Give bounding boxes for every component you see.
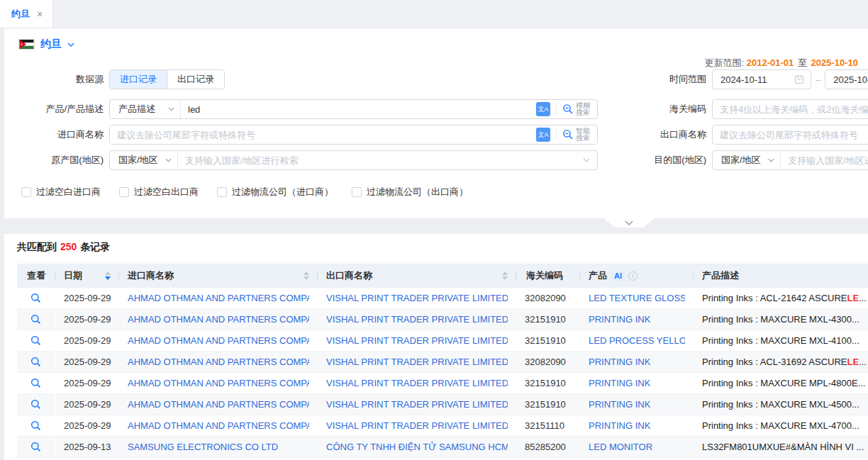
product-link[interactable]: LED TEXTURE GLOSS ...	[589, 293, 685, 303]
checkbox-filter-blank-exporter[interactable]: 过滤空白出口商	[119, 186, 199, 198]
sort-caret-up	[304, 271, 309, 275]
description-cell: Printing Inks : MAXCURE MXL-4700...	[694, 415, 868, 437]
checkbox-filter-blank-importer[interactable]: 过滤空白进口商	[21, 186, 101, 198]
product-link[interactable]: PRINTING INK	[589, 399, 650, 410]
checkbox-filter-logistics-exporter[interactable]: 过滤物流公司（出口商）	[352, 186, 468, 198]
importer-link[interactable]: SAMSUNG ELECTRONICS CO LTD	[128, 442, 278, 452]
view-record-button[interactable]	[17, 437, 55, 458]
importer-link[interactable]: AHMAD OTHMAN AND PARTNERS COMPA...	[128, 335, 309, 346]
time-range-label: 时间范围	[586, 69, 706, 89]
exporter-link[interactable]: VISHAL PRINT TRADER PRIVATE LIMITED	[326, 314, 508, 325]
sort-control-exporter[interactable]	[502, 271, 508, 280]
product-link[interactable]: PRINTING INK	[589, 314, 650, 325]
importer-link[interactable]: AHMAD OTHMAN AND PARTNERS COMPA...	[128, 420, 309, 431]
table-body: 2025-09-29AHMAD OTHMAN AND PARTNERS COMP…	[17, 288, 868, 458]
summary-suffix: 条记录	[80, 241, 110, 252]
exporter-link[interactable]: VISHAL PRINT TRADER PRIVATE LIMITED	[326, 399, 508, 410]
product-link[interactable]: PRINTING INK	[589, 357, 650, 367]
end-date-input[interactable]: 2025-10-10	[825, 69, 868, 89]
header-product-label: 产品	[589, 269, 607, 282]
table-row: 2025-09-13SAMSUNG ELECTRONICS CO LTDCÔNG…	[17, 437, 868, 458]
hs-code-cell: 32151910	[516, 309, 580, 330]
data-source-segment: 进口记录 出口记录	[109, 69, 225, 89]
view-record-button[interactable]	[17, 415, 55, 437]
table-row: 2025-09-29AHMAD OTHMAN AND PARTNERS COMP…	[17, 394, 868, 415]
calendar-icon[interactable]	[794, 74, 804, 84]
sort-control-date[interactable]	[105, 271, 111, 280]
country-selector[interactable]: 约旦	[18, 38, 74, 51]
product-type-value: 产品描述	[118, 103, 155, 116]
view-magnifier-icon	[30, 357, 41, 367]
importer-link[interactable]: AHMAD OTHMAN AND PARTNERS COMPA...	[128, 357, 309, 367]
info-icon[interactable]: i	[628, 271, 638, 281]
importer-link[interactable]: AHMAD OTHMAN AND PARTNERS COMPA...	[128, 293, 309, 303]
table-header: 查看 日期 进口商名称 出口商名称 海关编码 产品 AI i	[17, 264, 868, 288]
header-date[interactable]: 日期	[55, 264, 119, 288]
product-link[interactable]: LED MONITOR	[589, 442, 652, 452]
view-record-button[interactable]	[17, 394, 55, 415]
view-record-button[interactable]	[17, 309, 55, 330]
hs-code-cell: 32151910	[516, 373, 580, 394]
product-link[interactable]: LED PROCESS YELLOW...	[589, 335, 685, 346]
description-cell: Printing Inks : ACL-21642 ASCURE LE...	[694, 288, 868, 309]
view-record-button[interactable]	[17, 373, 55, 394]
country-name: 约旦	[40, 38, 62, 51]
checkbox-filter-logistics-importer[interactable]: 过滤物流公司（进口商）	[217, 186, 333, 198]
search-minus-icon	[562, 129, 574, 140]
view-magnifier-icon	[30, 293, 41, 303]
importer-input-group: 文A 智能搜索	[109, 125, 598, 145]
view-magnifier-icon	[30, 378, 41, 388]
destination-type-select[interactable]: 国家/地区	[713, 151, 781, 169]
product-link[interactable]: PRINTING INK	[589, 420, 650, 431]
product-link[interactable]: PRINTING INK	[589, 378, 650, 388]
destination-country-input[interactable]	[781, 155, 868, 166]
exporter-name-input[interactable]	[713, 130, 868, 140]
importer-link[interactable]: AHMAD OTHMAN AND PARTNERS COMPA...	[128, 399, 309, 410]
exporter-link[interactable]: CÔNG TY TNHH ĐIỆN TỬ SAMSUNG HCMC...	[326, 442, 508, 452]
tab-jordan[interactable]: 约旦 ×	[0, 0, 53, 28]
update-range-start: 2012-01-01	[747, 57, 794, 68]
close-icon[interactable]: ×	[37, 9, 43, 19]
import-records-option[interactable]: 进口记录	[110, 70, 167, 89]
hs-code-label: 海关编码	[586, 99, 706, 119]
product-type-select[interactable]: 产品描述	[110, 100, 181, 118]
checkbox-label: 过滤物流公司（出口商）	[367, 186, 468, 198]
importer-link[interactable]: AHMAD OTHMAN AND PARTNERS COMPA...	[128, 314, 309, 325]
exporter-link[interactable]: VISHAL PRINT TRADER PRIVATE LIMITED	[326, 293, 508, 303]
exporter-link[interactable]: VISHAL PRINT TRADER PRIVATE LIMITED	[326, 378, 508, 388]
sort-control-importer[interactable]	[304, 271, 309, 280]
description-cell: Printing Inks : MAXCURE MXL-4500...	[694, 394, 868, 415]
divider	[556, 129, 557, 140]
filter-panel: 约旦 更新范围: 2012-01-01 至 2025-10-10 数据源 进口记…	[4, 28, 868, 218]
header-exporter[interactable]: 出口商名称	[318, 264, 516, 288]
view-record-button[interactable]	[17, 330, 55, 352]
checkbox-box	[217, 187, 227, 197]
description-cell: LS32FM801UMXUE#&MÀN HÌNH VI ...	[694, 437, 868, 458]
importer-link[interactable]: AHMAD OTHMAN AND PARTNERS COMPA...	[128, 378, 309, 388]
view-record-button[interactable]	[17, 288, 55, 309]
description-cell: Printing Inks : MAXCURE MXL-4300...	[694, 309, 868, 330]
product-search-input[interactable]	[181, 104, 536, 115]
translate-icon[interactable]: 文A	[536, 102, 550, 116]
origin-country-input[interactable]	[178, 155, 583, 166]
ai-badge: AI	[611, 271, 625, 281]
table-row: 2025-09-29AHMAD OTHMAN AND PARTNERS COMP…	[17, 288, 868, 309]
view-record-button[interactable]	[17, 352, 55, 373]
view-magnifier-icon	[30, 335, 41, 346]
exporter-label: 出口商名称	[586, 125, 706, 145]
export-records-option[interactable]: 出口记录	[167, 70, 224, 89]
checkbox-label: 过滤物流公司（进口商）	[232, 186, 333, 198]
translate-icon[interactable]: 文A	[536, 128, 550, 142]
exporter-link[interactable]: VISHAL PRINT TRADER PRIVATE LIMITED	[326, 420, 508, 431]
divider	[556, 103, 557, 115]
hs-code-input[interactable]	[713, 104, 868, 115]
exporter-link[interactable]: VISHAL PRINT TRADER PRIVATE LIMITED	[326, 335, 508, 346]
date-cell: 2025-09-29	[55, 352, 119, 373]
origin-type-select[interactable]: 国家/地区	[110, 151, 178, 169]
exporter-link[interactable]: VISHAL PRINT TRADER PRIVATE LIMITED	[326, 357, 508, 367]
start-date-input[interactable]: 2024-10-11	[712, 69, 811, 89]
importer-name-input[interactable]	[110, 130, 536, 140]
header-importer[interactable]: 进口商名称	[119, 264, 318, 288]
collapse-panel-handle[interactable]	[603, 218, 655, 228]
date-cell: 2025-09-13	[55, 437, 119, 458]
